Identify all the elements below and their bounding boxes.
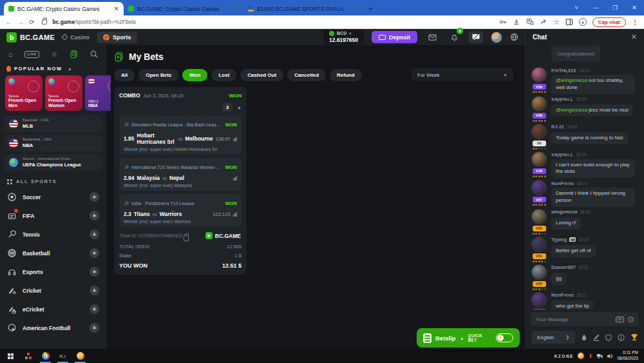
tray-coin-icon[interactable] [578, 353, 584, 359]
sidebar-sport-tennis[interactable]: Tennis + [0, 225, 106, 244]
sidebar-sport-esports[interactable]: Esports + [0, 262, 106, 281]
browser-profile-icon[interactable]: ● [579, 18, 587, 26]
tab-close-icon[interactable]: ✕ [114, 5, 119, 12]
copy-icon[interactable] [185, 233, 189, 238]
chat-username[interactable]: sǝʅqnoɹ⊥ [551, 152, 573, 157]
chat-username[interactable]: RJ 21 [551, 124, 564, 130]
popular-card[interactable]: Tennis French Open Men [5, 75, 43, 111]
window-minimize-button[interactable]: — [586, 5, 605, 11]
expand-plus-icon[interactable]: + [90, 323, 99, 333]
chat-avatar[interactable] [531, 264, 547, 280]
chat-avatar[interactable] [531, 124, 547, 139]
expand-plus-icon[interactable]: + [90, 192, 99, 202]
filter-lost[interactable]: Lost [211, 69, 236, 81]
chat-username[interactable]: Typing [551, 237, 567, 242]
taskbar-app-kz[interactable]: Kz [54, 349, 71, 363]
tray-download-icon[interactable]: ⬇ [588, 353, 593, 359]
chat-language-selector[interactable]: English❯ [531, 331, 575, 344]
start-button[interactable] [2, 349, 19, 363]
forward-icon[interactable]: → [17, 19, 24, 26]
side-panel-icon[interactable] [565, 18, 573, 26]
reload-icon[interactable]: ⟳ [29, 19, 34, 26]
trophy-icon[interactable] [630, 333, 638, 341]
expand-plus-icon[interactable]: + [90, 267, 99, 277]
sidebar-sport-fifa[interactable]: FIFA + [0, 206, 106, 225]
chat-avatar[interactable] [531, 209, 547, 224]
chat-username[interactable]: FΛITHĻ€22 [551, 68, 576, 74]
filter-cancelled[interactable]: Cancelled [287, 69, 326, 81]
chat-message-input[interactable] [536, 317, 612, 322]
chat-avatar[interactable] [531, 237, 547, 252]
nav-sports[interactable]: Sports [97, 32, 137, 43]
expand-plus-icon[interactable]: + [90, 230, 99, 239]
browser-tab[interactable]: $3,000 BC.GAME SPORTS PARLA ✕ [243, 2, 363, 15]
clock[interactable]: 6:11 PM 08/06/2023 [617, 350, 638, 362]
new-tab-button[interactable]: + [368, 5, 373, 14]
expand-plus-icon[interactable]: + [90, 286, 99, 295]
sidebar-sport-cricket[interactable]: Cricket + [0, 281, 106, 300]
filter-open-bets[interactable]: Open Bets [138, 69, 178, 81]
moderator-icon[interactable] [605, 334, 612, 341]
mention[interactable]: @wingomeza [556, 77, 587, 83]
deposit-button[interactable]: Deposit [372, 31, 417, 43]
update-button[interactable]: Cập nhật [592, 17, 626, 27]
network-icon[interactable] [596, 353, 603, 359]
tab-close-icon[interactable]: ✕ [234, 5, 239, 12]
share-icon[interactable] [540, 18, 547, 26]
popular-league-item[interactable]: Soccer · International Clubs UEFA Champi… [4, 154, 102, 171]
wallet-selector[interactable]: BCD▾ 12.6197650 [323, 30, 364, 44]
expand-plus-icon[interactable]: + [90, 304, 99, 314]
chat-avatar[interactable] [531, 152, 547, 167]
collapse-bet-icon[interactable]: ▲ [237, 105, 242, 110]
betslip-bar[interactable]: Betslip ▲ QUICK BET ⚡ [417, 328, 520, 348]
bet-leg[interactable]: Simulated Reality League - Big Bash Leag… [119, 115, 242, 155]
favorites-star-icon[interactable]: ☆ [51, 50, 57, 59]
expand-plus-icon[interactable]: + [90, 248, 99, 258]
chat-avatar[interactable] [531, 292, 547, 308]
stats-bars-icon[interactable] [233, 176, 238, 181]
bet-leg[interactable]: India · Pondicherry T10 League WON 2.3 T… [119, 194, 242, 227]
taskbar-app-chrome[interactable] [37, 349, 54, 363]
taskbar-app-people[interactable] [19, 349, 37, 363]
stats-bars-icon[interactable] [233, 212, 238, 217]
info-icon[interactable] [618, 334, 625, 341]
install-icon[interactable] [513, 18, 520, 26]
filter-won[interactable]: Won [182, 69, 207, 81]
period-dropdown[interactable]: For Week▼ [412, 68, 513, 81]
chat-avatar[interactable] [531, 96, 547, 112]
tab-close-icon[interactable]: ✕ [354, 5, 359, 12]
chat-username[interactable]: NonFrens [551, 292, 574, 298]
chat-username[interactable]: sǝʅqnoɹ⊥ [551, 96, 573, 102]
taskbar-app-coin[interactable] [71, 349, 89, 363]
quick-bet-toggle[interactable]: ⚡ [496, 333, 513, 342]
expand-plus-icon[interactable]: + [90, 211, 99, 221]
sidebar-sport-soccer[interactable]: Soccer + [0, 188, 106, 206]
live-icon[interactable]: LIVE [24, 51, 39, 58]
home-icon[interactable]: ⌂ [8, 50, 13, 58]
chat-username[interactable]: wingomeza [551, 209, 577, 215]
bet-leg[interactable]: International T20 Series Malaysia Women … [119, 158, 242, 191]
user-avatar[interactable] [491, 32, 502, 43]
browser-tab[interactable]: BC.GAME: Crypto Casino Games ✕ [124, 2, 243, 15]
sidebar-sport-ecricket[interactable]: eCricket + [0, 300, 106, 319]
popular-card[interactable]: NBA 2 NBA [85, 75, 111, 111]
chat-avatar[interactable] [531, 67, 547, 83]
chat-toggle-button[interactable] [469, 31, 483, 43]
back-icon[interactable]: ← [6, 19, 12, 26]
window-maximize-button[interactable]: ❐ [605, 5, 625, 11]
my-bets-icon[interactable] [70, 50, 78, 59]
window-profile-chevron-icon[interactable]: ˅ [567, 5, 586, 11]
popular-now-header[interactable]: POPULAR NOW ▲ [0, 63, 106, 74]
volume-icon[interactable] [607, 353, 613, 359]
translate-icon[interactable] [526, 18, 534, 26]
sidebar-sport-american-football[interactable]: American Football + [0, 319, 106, 337]
emoji-icon[interactable] [628, 317, 634, 322]
window-close-button[interactable]: ✕ [625, 5, 644, 11]
rain-icon[interactable] [581, 334, 587, 341]
search-icon[interactable] [90, 50, 98, 58]
chat-username[interactable]: NonFrens [551, 181, 574, 186]
filter-all[interactable]: All [114, 69, 135, 81]
filter-cashed-out[interactable]: Cashed Out [240, 69, 283, 81]
filter-refund[interactable]: Refund [330, 69, 362, 81]
chat-avatar[interactable] [531, 180, 547, 195]
